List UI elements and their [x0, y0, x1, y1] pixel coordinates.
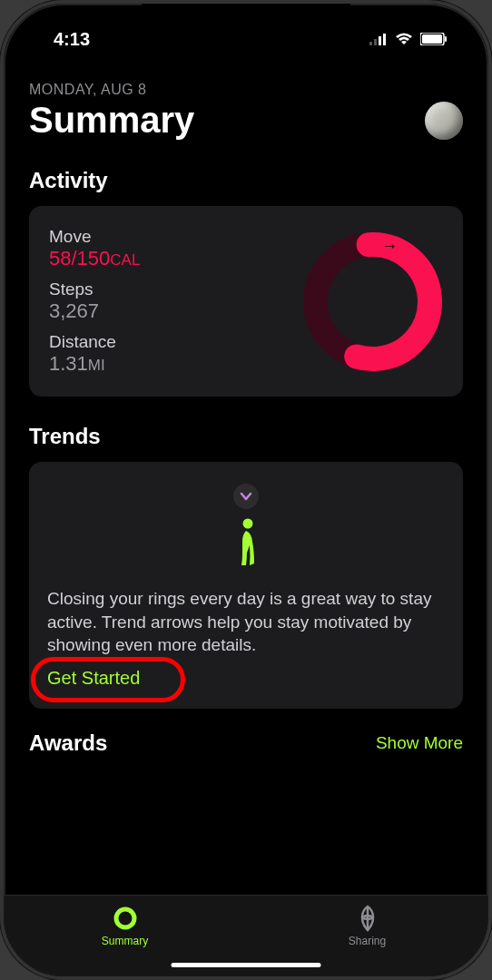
awards-title: Awards [29, 730, 107, 756]
trends-title: Trends [29, 424, 463, 449]
svg-rect-5 [422, 34, 442, 44]
svg-rect-2 [379, 36, 381, 45]
trends-body: Closing your rings every day is a great … [47, 587, 445, 657]
activity-stats: Move 58/150CAL Steps 3,267 Distance 1.31… [49, 227, 140, 376]
wifi-icon [395, 33, 413, 45]
phone-frame: 4:13 MONDAY, AUG 8 Summary Activity Move… [0, 0, 492, 980]
trends-card[interactable]: Closing your rings every day is a great … [29, 462, 463, 709]
steps-value: 3,267 [49, 299, 140, 323]
summary-ring-icon [112, 905, 139, 932]
activity-section: Activity Move 58/150CAL Steps 3,267 Dist… [29, 168, 463, 397]
get-started-button[interactable]: Get Started [47, 668, 140, 689]
activity-card[interactable]: Move 58/150CAL Steps 3,267 Distance 1.31… [29, 206, 463, 397]
tab-sharing[interactable]: Sharing [313, 905, 422, 947]
svg-point-9 [243, 519, 253, 529]
content-scroll[interactable]: MONDAY, AUG 8 Summary Activity Move 58/1… [4, 58, 488, 895]
steps-stat: Steps 3,267 [49, 279, 140, 323]
walker-icon [232, 518, 260, 574]
svg-rect-1 [374, 39, 377, 45]
status-icons [369, 33, 448, 45]
svg-rect-6 [445, 36, 447, 42]
cellular-icon [369, 33, 388, 45]
svg-point-10 [116, 909, 134, 927]
show-more-button[interactable]: Show More [376, 733, 463, 753]
header-row: Summary [29, 100, 463, 141]
distance-stat: Distance 1.31MI [49, 332, 140, 376]
notch [142, 4, 350, 33]
profile-avatar[interactable] [425, 102, 463, 140]
activity-title: Activity [29, 168, 463, 193]
move-stat: Move 58/150CAL [49, 227, 140, 270]
date-label: MONDAY, AUG 8 [29, 82, 463, 98]
activity-ring: → [302, 231, 443, 372]
tab-sharing-label: Sharing [349, 935, 386, 947]
svg-rect-3 [383, 34, 386, 45]
chevron-down-icon [233, 484, 259, 509]
distance-value: 1.31MI [49, 352, 140, 376]
tab-summary-label: Summary [102, 935, 148, 947]
awards-section: Awards Show More [29, 730, 463, 756]
move-value: 58/150CAL [49, 247, 140, 270]
status-time: 4:13 [54, 29, 90, 50]
distance-label: Distance [49, 332, 140, 352]
steps-label: Steps [49, 279, 140, 299]
home-indicator[interactable] [172, 963, 321, 967]
move-label: Move [49, 227, 140, 247]
sharing-icon [357, 905, 379, 932]
tab-summary[interactable]: Summary [71, 905, 180, 947]
ring-arrow-icon: → [381, 237, 398, 256]
battery-icon [420, 33, 448, 45]
page-title: Summary [29, 100, 194, 141]
svg-rect-0 [369, 42, 372, 45]
trends-section: Trends Closing your rings every day is a… [29, 424, 463, 709]
